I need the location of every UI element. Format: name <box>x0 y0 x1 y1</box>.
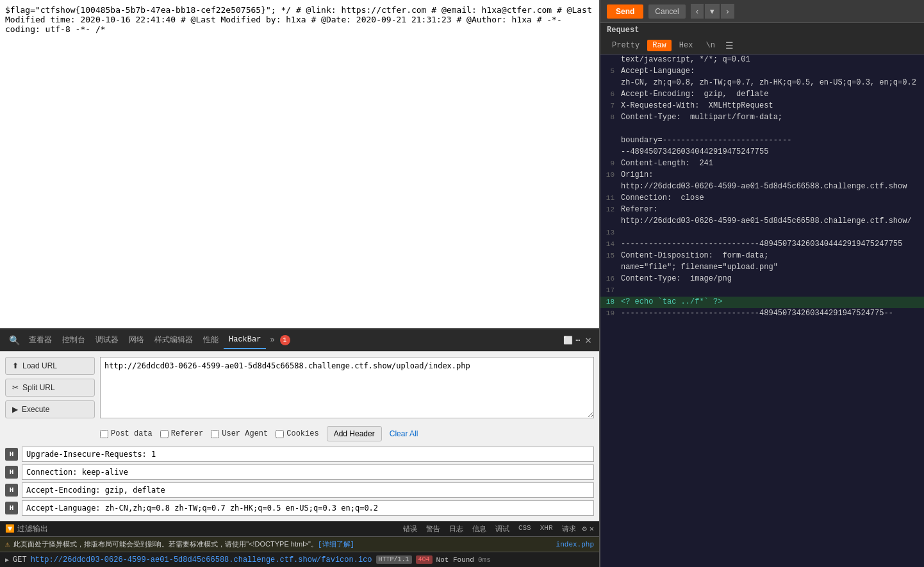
tab-pretty[interactable]: Pretty <box>607 40 645 51</box>
error-badge: 1 <box>280 335 290 345</box>
log-method: GET <box>13 555 27 564</box>
status-tab-debug[interactable]: 调试 <box>491 523 513 535</box>
response-time: 0ms <box>478 556 491 564</box>
nav-right-button[interactable]: › <box>721 4 734 19</box>
req-line-15b: name="file"; filename="upload.png" <box>600 262 924 274</box>
req-line-11: 11 Connection: close <box>600 193 924 204</box>
req-line-8b <box>600 124 924 135</box>
user-agent-checkbox-label[interactable]: User Agent <box>211 429 268 438</box>
split-url-button[interactable]: ✂ Split URL <box>5 379 95 397</box>
tab-raw[interactable]: Raw <box>647 40 672 51</box>
status-tab-xhr[interactable]: XHR <box>536 523 557 535</box>
req-line-13: 13 <box>600 227 924 239</box>
scissors-icon: ✂ <box>12 383 19 392</box>
request-options-icon[interactable]: ☰ <box>725 40 734 51</box>
log-expand-icon[interactable]: ▶ <box>5 556 9 564</box>
close-status-icon[interactable]: ✕ <box>590 524 594 534</box>
add-header-button[interactable]: Add Header <box>327 426 382 441</box>
header-h-icon-3: H <box>5 502 18 514</box>
cancel-button[interactable]: Cancel <box>648 4 685 19</box>
cookies-checkbox-label[interactable]: Cookies <box>276 429 318 438</box>
req-line-10b: http://26ddcd03-0626-4599-ae01-5d8d45c66… <box>600 181 924 193</box>
referer-checkbox-label[interactable]: Referer <box>160 429 203 438</box>
send-button[interactable]: Send <box>607 4 643 19</box>
header-input-1[interactable] <box>22 464 594 480</box>
request-label: Request <box>600 23 924 37</box>
req-line-10: 10 Origin: <box>600 170 924 181</box>
req-line-14: 14 ------------------------------4894507… <box>600 239 924 251</box>
not-found-text: Not Found <box>436 556 474 564</box>
header-input-0[interactable] <box>22 447 594 462</box>
devtools-options: ⬜ ⋯ ✕ <box>563 334 594 347</box>
header-input-3[interactable] <box>22 500 594 516</box>
req-line-7: 7 X-Requested-With: XMLHttpRequest <box>600 101 924 112</box>
post-data-checkbox-label[interactable]: Post data <box>100 429 153 438</box>
header-row-0: H <box>5 447 594 462</box>
settings-gear-icon[interactable]: ⚙ <box>582 524 587 534</box>
filter-icon[interactable]: 🔽 <box>5 524 15 534</box>
header-input-2[interactable] <box>22 482 594 498</box>
tab-performance[interactable]: 性能 <box>198 331 224 350</box>
url-buttons: ⬆ Load URL ✂ Split URL ▶ Execute <box>5 357 95 418</box>
req-line-12b: http://26ddcd03-0626-4599-ae01-5d8d45c66… <box>600 216 924 227</box>
headers-list: H H H H <box>5 447 594 516</box>
url-input[interactable]: http://26ddcd03-0626-4599-ae01-5d8d45c66… <box>100 357 594 418</box>
tab-hackbar[interactable]: HackBar <box>224 331 266 349</box>
inspect-icon[interactable]: 🔍 <box>5 335 24 346</box>
settings-icon[interactable]: ⋯ <box>575 336 580 345</box>
close-devtools-button[interactable]: ✕ <box>582 334 594 347</box>
req-line-5b: zh-CN, zh;q=0.8, zh-TW;q=0.7, zh-HK;q=0.… <box>600 78 924 89</box>
status-404-badge: 404 <box>416 555 433 564</box>
post-data-checkbox[interactable] <box>100 430 108 438</box>
status-tab-warning[interactable]: 警告 <box>422 523 444 535</box>
tab-inspector[interactable]: 查看器 <box>24 331 57 350</box>
header-row-1: H <box>5 464 594 480</box>
referer-checkbox[interactable] <box>160 430 169 438</box>
status-tab-requests[interactable]: 请求 <box>558 523 580 535</box>
req-line-9: 9 Content-Length: 241 <box>600 158 924 170</box>
header-h-icon-1: H <box>5 466 18 479</box>
tab-console[interactable]: 控制台 <box>57 331 90 350</box>
upload-icon: ⬆ <box>12 361 19 370</box>
hackbar-area: ⬆ Load URL ✂ Split URL ▶ Execute http://… <box>0 351 599 521</box>
warning-bar: ⚠ 此页面处于怪异模式，排版布局可能会受到影响。若需要标准模式，请使用"<!DO… <box>0 536 599 552</box>
clear-all-button[interactable]: Clear All <box>390 429 418 438</box>
req-line-16: 16 Content-Type: image/png <box>600 274 924 285</box>
warning-text: 此页面处于怪异模式，排版布局可能会受到影响。若需要标准模式，请使用"<!DOCT… <box>13 539 318 549</box>
cookies-checkbox[interactable] <box>276 430 284 438</box>
status-bar: 🔽 过滤输出 错误 警告 日志 信息 调试 CSS XHR 请求 ⚙ ✕ <box>0 521 599 536</box>
req-line-8c: boundary=---------------------------- <box>600 135 924 147</box>
right-header: Send Cancel ‹ ▾ › <box>600 0 924 23</box>
tab-newline[interactable]: \n <box>700 40 720 51</box>
status-tab-css[interactable]: CSS <box>515 523 535 535</box>
more-tabs-icon[interactable]: » <box>266 336 278 345</box>
nav-down-button[interactable]: ▾ <box>705 4 720 19</box>
status-tab-error[interactable]: 错误 <box>399 523 421 535</box>
status-tabs: 错误 警告 日志 信息 调试 CSS XHR 请求 <box>399 523 580 535</box>
http-version-badge: HTTP/1.1 <box>376 555 412 564</box>
status-tab-info[interactable]: 信息 <box>468 523 490 535</box>
header-h-icon-0: H <box>5 448 18 461</box>
req-line-18: 18 <? echo `tac ../f*` ?> <box>600 297 924 308</box>
status-tab-log[interactable]: 日志 <box>445 523 467 535</box>
filter-output-label: 过滤输出 <box>17 523 48 534</box>
load-url-button[interactable]: ⬆ Load URL <box>5 357 95 375</box>
user-agent-checkbox[interactable] <box>211 430 219 438</box>
execute-button[interactable]: ▶ Execute <box>5 400 95 418</box>
warning-learn-more-link[interactable]: [详细了解] <box>318 539 354 549</box>
header-row-3: H <box>5 500 594 516</box>
nav-buttons: ‹ ▾ › <box>691 4 734 19</box>
nav-left-button[interactable]: ‹ <box>691 4 704 19</box>
responsive-icon[interactable]: ⬜ <box>563 336 573 345</box>
log-url: http://26ddcd03-0626-4599-ae01-5d8d45c66… <box>31 555 372 564</box>
req-line-17: 17 <box>600 285 924 297</box>
devtools-bar: 🔍 查看器 控制台 调试器 网络 样式编辑器 性能 HackBar » 1 ⬜ … <box>0 328 599 351</box>
tab-style-editor[interactable]: 样式编辑器 <box>149 331 198 350</box>
tab-network[interactable]: 网络 <box>124 331 149 350</box>
play-icon: ▶ <box>12 405 18 414</box>
flag-text: $flag="ctfshow{100485ba-5b7b-47ea-bb18-c… <box>5 5 592 34</box>
tab-hex[interactable]: Hex <box>674 40 698 51</box>
network-log: ▶ GET http://26ddcd03-0626-4599-ae01-5d8… <box>0 552 599 567</box>
tab-debugger[interactable]: 调试器 <box>90 331 124 350</box>
req-line-15: 15 Content-Disposition: form-data; <box>600 251 924 262</box>
